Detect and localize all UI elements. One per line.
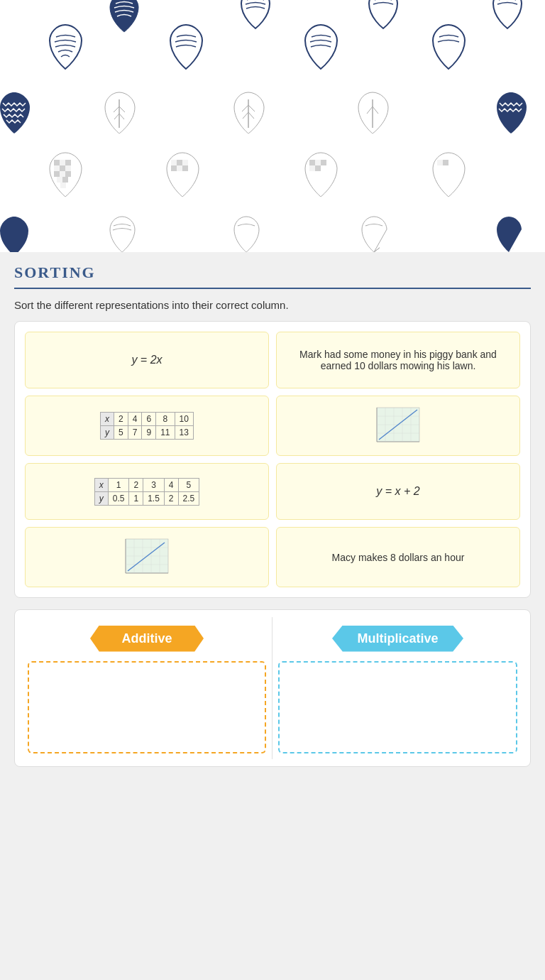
multiplicative-label: Multiplicative bbox=[357, 631, 438, 646]
svg-rect-33 bbox=[321, 160, 326, 165]
svg-rect-30 bbox=[182, 165, 188, 171]
table1: x 246810 y 5791113 bbox=[100, 412, 194, 440]
svg-rect-27 bbox=[182, 160, 188, 165]
svg-rect-18 bbox=[65, 165, 71, 171]
svg-rect-14 bbox=[60, 160, 65, 165]
svg-rect-20 bbox=[60, 171, 65, 177]
svg-rect-25 bbox=[171, 160, 177, 165]
svg-rect-26 bbox=[177, 160, 182, 165]
svg-rect-13 bbox=[54, 160, 60, 165]
svg-rect-17 bbox=[60, 165, 65, 171]
graph2-svg bbox=[122, 538, 172, 577]
section-title: SORTING bbox=[14, 263, 531, 282]
formula-xplus2: y = x + 2 bbox=[376, 485, 419, 498]
hearts-background bbox=[0, 0, 545, 252]
additive-ribbon: Additive bbox=[90, 626, 204, 652]
formula-y2x: y = 2x bbox=[131, 354, 162, 366]
hearts-pattern-svg bbox=[0, 0, 545, 252]
sort-container: y = 2x Mark had some money in his piggy … bbox=[14, 321, 531, 598]
svg-rect-21 bbox=[65, 171, 71, 177]
multiplicative-drop-area[interactable] bbox=[278, 661, 517, 753]
svg-rect-15 bbox=[65, 160, 71, 165]
macy-story-text: Macy makes 8 dollars an hour bbox=[332, 552, 465, 563]
svg-rect-23 bbox=[62, 177, 68, 183]
svg-rect-22 bbox=[57, 177, 62, 183]
svg-rect-37 bbox=[443, 160, 448, 165]
svg-line-9 bbox=[248, 112, 254, 119]
sort-card-formula1[interactable]: y = 2x bbox=[25, 332, 269, 388]
svg-rect-32 bbox=[315, 160, 321, 165]
sort-card-table2[interactable]: x 12345 y 0.511.522.5 bbox=[25, 463, 269, 520]
svg-rect-24 bbox=[60, 183, 66, 188]
mark-story-text: Mark had some money in his piggy bank an… bbox=[285, 349, 511, 371]
drop-zones-container: Additive Multiplicative bbox=[14, 609, 531, 767]
svg-rect-35 bbox=[315, 165, 321, 171]
svg-line-7 bbox=[248, 105, 255, 111]
instruction-text: Sort the different representations into … bbox=[14, 299, 531, 311]
additive-drop-area[interactable] bbox=[28, 661, 266, 753]
graph1-svg bbox=[373, 406, 423, 445]
svg-line-2 bbox=[119, 107, 125, 112]
svg-rect-31 bbox=[309, 160, 315, 165]
sort-card-mark-text[interactable]: Mark had some money in his piggy bank an… bbox=[276, 332, 520, 388]
svg-line-11 bbox=[367, 107, 373, 114]
svg-rect-28 bbox=[171, 165, 177, 171]
sort-card-graph2[interactable] bbox=[25, 527, 269, 587]
table2: x 12345 y 0.511.522.5 bbox=[94, 478, 199, 506]
section-divider bbox=[14, 288, 531, 289]
svg-rect-36 bbox=[437, 160, 443, 165]
multiplicative-ribbon: Multiplicative bbox=[332, 626, 463, 652]
svg-rect-19 bbox=[54, 171, 60, 177]
svg-line-4 bbox=[119, 114, 124, 119]
sort-card-graph1[interactable] bbox=[276, 396, 520, 456]
sort-card-formula2[interactable]: y = x + 2 bbox=[276, 463, 520, 520]
svg-line-1 bbox=[114, 107, 119, 112]
sort-grid: y = 2x Mark had some money in his piggy … bbox=[25, 332, 520, 587]
svg-rect-29 bbox=[177, 165, 182, 171]
svg-line-3 bbox=[114, 114, 119, 119]
sort-card-macy-text[interactable]: Macy makes 8 dollars an hour bbox=[276, 527, 520, 587]
svg-line-6 bbox=[242, 105, 248, 111]
svg-rect-34 bbox=[309, 165, 315, 171]
additive-label: Additive bbox=[121, 631, 172, 646]
svg-line-12 bbox=[373, 107, 378, 114]
svg-line-8 bbox=[243, 112, 248, 119]
sort-card-table1[interactable]: x 246810 y 5791113 bbox=[25, 396, 269, 456]
additive-ribbon-label: Additive bbox=[28, 623, 266, 654]
multiplicative-ribbon-label: Multiplicative bbox=[278, 623, 517, 654]
svg-rect-16 bbox=[54, 165, 60, 171]
multiplicative-zone-wrapper: Multiplicative bbox=[272, 617, 523, 759]
main-content: SORTING Sort the different representatio… bbox=[0, 252, 545, 980]
additive-zone-wrapper: Additive bbox=[22, 617, 272, 759]
